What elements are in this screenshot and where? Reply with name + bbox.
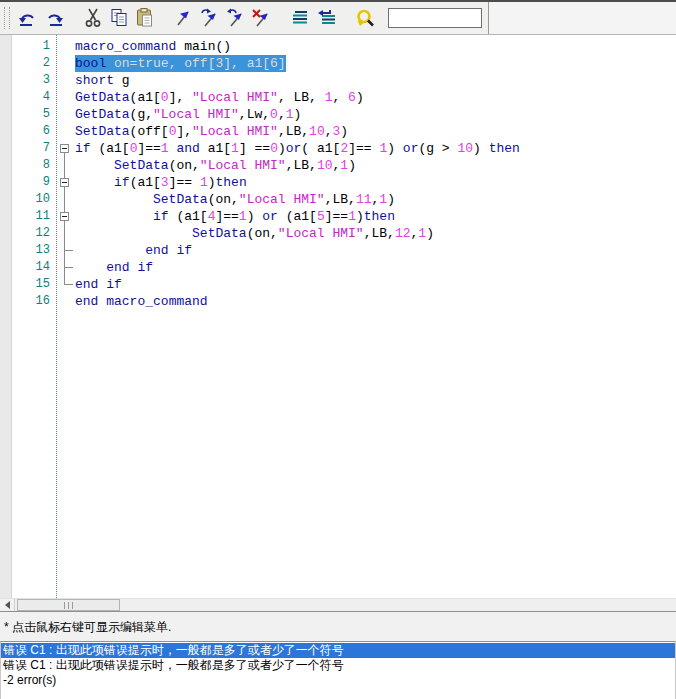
fold-line — [64, 191, 65, 208]
code-text: macro_command main() — [75, 38, 231, 55]
line-number: 8 — [0, 157, 50, 174]
macro-editor-window: 1macro_command main()2bool on=true, off[… — [0, 0, 676, 699]
error-summary-row[interactable]: -2 error(s) — [1, 673, 675, 688]
cut-button[interactable] — [80, 5, 106, 31]
line-number: 15 — [0, 276, 50, 293]
scroll-left-button[interactable] — [0, 599, 15, 611]
code-line[interactable]: 16end macro_command — [0, 293, 676, 310]
fold-line — [65, 267, 73, 268]
code-line[interactable]: 11 if (a1[4]==1) or (a1[5]==1)then — [0, 208, 676, 225]
thumb-grip-icon — [64, 602, 73, 609]
fold-margin — [57, 225, 74, 242]
fold-marker[interactable] — [60, 212, 69, 221]
code-text: end if — [75, 242, 192, 259]
line-number: 13 — [0, 242, 50, 259]
fold-margin — [57, 157, 74, 174]
redo-icon — [43, 7, 65, 29]
fold-margin — [57, 140, 74, 157]
code-line[interactable]: 6SetData(off[0],"Local HMI",LB,10,3) — [0, 123, 676, 140]
line-number: 6 — [0, 123, 50, 140]
toolbar-grip[interactable] — [4, 7, 10, 29]
code-lines: 1macro_command main()2bool on=true, off[… — [0, 35, 676, 310]
redo-button[interactable] — [41, 5, 67, 31]
fold-margin — [57, 242, 74, 259]
error-row[interactable]: 错误 C1 : 出现此项错误提示时，一般都是多了或者少了一个符号 — [1, 658, 675, 673]
undo-icon — [17, 7, 39, 29]
code-line[interactable]: 3short g — [0, 72, 676, 89]
code-line[interactable]: 14 end if — [0, 259, 676, 276]
fold-margin — [57, 259, 74, 276]
line-number: 16 — [0, 293, 50, 310]
code-line[interactable]: 5GetData(g,"Local HMI",Lw,0,1) — [0, 106, 676, 123]
fold-margin — [57, 191, 74, 208]
find-button[interactable] — [353, 5, 379, 31]
goto-list-icon — [316, 7, 338, 29]
bookmark-next-icon — [199, 7, 221, 29]
goto-list-button[interactable] — [314, 5, 340, 31]
fold-line — [65, 250, 73, 251]
code-line[interactable]: 1macro_command main() — [0, 38, 676, 55]
copy-button[interactable] — [106, 5, 132, 31]
toolbar — [0, 0, 676, 35]
line-number: 10 — [0, 191, 50, 208]
indent-list-button[interactable] — [288, 5, 314, 31]
line-number: 5 — [0, 106, 50, 123]
bookmark-previous-icon — [225, 7, 247, 29]
scroll-left-arrow-icon — [5, 601, 10, 609]
paste-button[interactable] — [132, 5, 158, 31]
code-line[interactable]: 15end if — [0, 276, 676, 293]
fold-margin — [57, 208, 74, 225]
cut-icon — [82, 7, 104, 29]
bookmark-next-button[interactable] — [197, 5, 223, 31]
code-text: end macro_command — [75, 293, 208, 310]
code-text: SetData(on,"Local HMI",LB,11,1) — [75, 191, 395, 208]
bookmark-toggle-button[interactable] — [171, 5, 197, 31]
code-line[interactable]: 12 SetData(on,"Local HMI",LB,12,1) — [0, 225, 676, 242]
line-number: 11 — [0, 208, 50, 225]
code-text: GetData(a1[0], "Local HMI", LB, 1, 6) — [75, 89, 364, 106]
fold-line — [65, 284, 73, 285]
copy-icon — [108, 7, 130, 29]
line-number: 14 — [0, 259, 50, 276]
toolbar-band — [0, 2, 489, 34]
code-line[interactable]: 10 SetData(on,"Local HMI",LB,11,1) — [0, 191, 676, 208]
fold-marker[interactable] — [60, 144, 69, 153]
bookmark-toggle-icon — [173, 7, 195, 29]
code-text: if (a1[4]==1) or (a1[5]==1)then — [75, 208, 395, 225]
fold-line — [64, 225, 65, 242]
line-number: 12 — [0, 225, 50, 242]
code-line[interactable]: 7if (a1[0]==1 and a1[1] ==0)or( a1[2]== … — [0, 140, 676, 157]
bookmark-clear-button[interactable] — [249, 5, 275, 31]
code-editor[interactable]: 1macro_command main()2bool on=true, off[… — [0, 35, 676, 598]
code-text: if(a1[3]== 1)then — [75, 174, 247, 191]
bookmark-previous-button[interactable] — [223, 5, 249, 31]
fold-marker[interactable] — [60, 178, 69, 187]
line-number: 9 — [0, 174, 50, 191]
horizontal-scrollbar[interactable] — [0, 598, 676, 612]
search-input[interactable] — [388, 8, 482, 28]
status-bar: * 点击鼠标右键可显示编辑菜单. — [0, 612, 676, 641]
line-number: 2 — [0, 55, 50, 72]
code-line[interactable]: 4GetData(a1[0], "Local HMI", LB, 1, 6) — [0, 89, 676, 106]
code-text: end if — [75, 276, 122, 293]
code-line[interactable]: 9 if(a1[3]== 1)then — [0, 174, 676, 191]
indent-list-icon — [290, 7, 312, 29]
fold-margin — [57, 276, 74, 293]
code-text: SetData(on,"Local HMI",LB,10,1) — [75, 157, 356, 174]
error-list[interactable]: 错误 C1 : 出现此项错误提示时，一般都是多了或者少了一个符号错误 C1 : … — [0, 641, 676, 699]
scrollbar-thumb[interactable] — [17, 599, 120, 611]
error-row[interactable]: 错误 C1 : 出现此项错误提示时，一般都是多了或者少了一个符号 — [1, 643, 675, 658]
code-line[interactable]: 13 end if — [0, 242, 676, 259]
code-text: end if — [75, 259, 153, 276]
line-number: 7 — [0, 140, 50, 157]
line-number: 1 — [0, 38, 50, 55]
line-number: 3 — [0, 72, 50, 89]
code-text: SetData(off[0],"Local HMI",LB,10,3) — [75, 123, 348, 140]
code-line[interactable]: 8 SetData(on,"Local HMI",LB,10,1) — [0, 157, 676, 174]
find-icon — [355, 7, 377, 29]
code-text: bool on=true, off[3], a1[6] — [75, 55, 286, 72]
fold-margin — [57, 174, 74, 191]
code-line[interactable]: 2bool on=true, off[3], a1[6] — [0, 55, 676, 72]
code-text: short g — [75, 72, 130, 89]
undo-button[interactable] — [15, 5, 41, 31]
